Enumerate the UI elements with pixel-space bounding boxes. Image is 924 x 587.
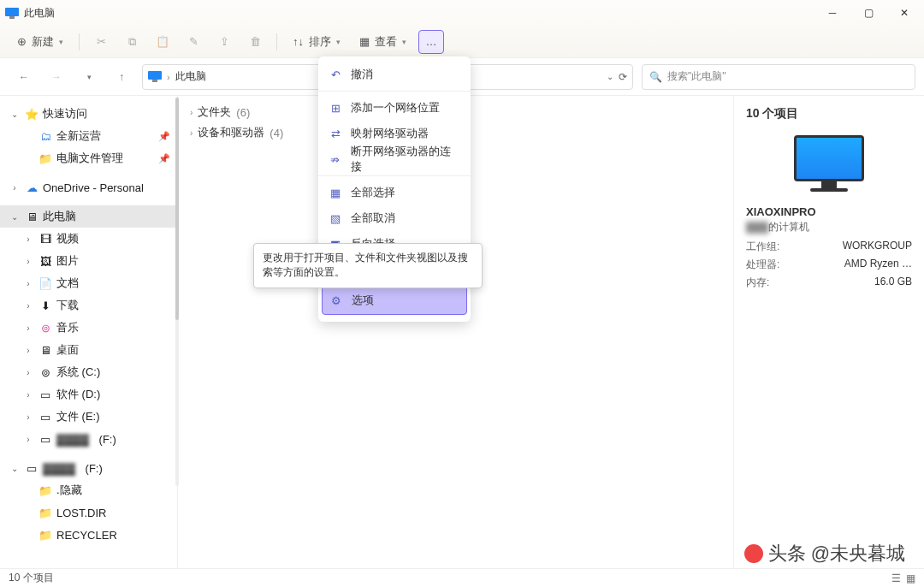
- paste-button[interactable]: 📋: [150, 30, 175, 54]
- search-placeholder: 搜索"此电脑": [667, 69, 726, 84]
- icons-view-button[interactable]: ▦: [906, 572, 915, 584]
- this-pc-icon: 🖥: [24, 210, 39, 223]
- forward-button[interactable]: →: [44, 65, 68, 89]
- breadcrumb-item[interactable]: 此电脑: [175, 69, 206, 84]
- trash-icon: 🗑: [250, 35, 261, 48]
- menu-select-none[interactable]: ▧全部取消: [318, 205, 471, 231]
- copy-button[interactable]: ⧉: [119, 30, 145, 54]
- rename-button[interactable]: ✎: [181, 30, 206, 54]
- computer-icon: [790, 135, 868, 197]
- chevron-down-icon[interactable]: ⌄: [607, 72, 613, 81]
- sidebar-item-music[interactable]: ›⊚音乐: [0, 317, 177, 339]
- share-icon: ⇪: [220, 35, 229, 48]
- menu-add-net-loc[interactable]: ⊞添加一个网络位置: [318, 95, 471, 121]
- folder-icon: 📁: [38, 529, 53, 542]
- back-button[interactable]: ←: [12, 65, 36, 89]
- music-icon: ⊚: [38, 322, 53, 335]
- prop-workgroup: 工作组:WORKGROUP: [746, 240, 912, 254]
- sidebar-ext-drive[interactable]: ⌄▭▓▓▓▓ (F:): [0, 457, 177, 479]
- plus-circle-icon: ⊕: [17, 35, 27, 48]
- svg-rect-2: [148, 71, 162, 80]
- sidebar-item[interactable]: 📁.隐藏: [0, 479, 177, 501]
- chevron-down-icon: ⌄: [9, 110, 21, 119]
- menu-options[interactable]: ⚙选项: [322, 286, 467, 315]
- chevron-right-icon: ›: [190, 128, 192, 138]
- sidebar-item-drive-d[interactable]: ›▭软件 (D:): [0, 383, 177, 406]
- sidebar-item-pictures[interactable]: ›🖼图片: [0, 250, 177, 272]
- status-text: 10 个项目: [9, 571, 54, 585]
- minimize-button[interactable]: ─: [818, 3, 847, 22]
- share-button[interactable]: ⇪: [211, 30, 237, 54]
- sort-button[interactable]: ↑↓排序▾: [286, 30, 347, 54]
- chevron-right-icon: ›: [22, 412, 34, 422]
- this-pc-icon: [5, 8, 19, 19]
- documents-icon: 📄: [38, 277, 53, 290]
- downloads-icon: ⬇: [38, 299, 53, 312]
- delete-button[interactable]: 🗑: [242, 30, 268, 54]
- chevron-right-icon: ›: [9, 183, 21, 193]
- navigation-sidebar: ⌄⭐快速访问 🗂全新运营📌 📁电脑文件管理📌 ›☁OneDrive - Pers…: [0, 96, 178, 568]
- details-pane: 10 个项目 XIAOXINPRO ▓▓▓的计算机 工作组:WORKGROUP …: [734, 96, 924, 568]
- select-none-icon: ▧: [329, 212, 342, 225]
- clipboard-icon: 📋: [156, 35, 169, 48]
- svg-rect-3: [152, 80, 157, 82]
- sidebar-item[interactable]: 📁LOST.DIR: [0, 501, 177, 524]
- pictures-icon: 🖼: [38, 255, 53, 268]
- pin-icon: 📌: [158, 153, 170, 164]
- menu-disconnect-drive[interactable]: ⇏断开网络驱动器的连接: [318, 146, 471, 172]
- sidebar-item-desktop[interactable]: ›🖥桌面: [0, 339, 177, 361]
- sidebar-item[interactable]: 🗂全新运营📌: [0, 125, 177, 147]
- sidebar-item-downloads[interactable]: ›⬇下载: [0, 294, 177, 317]
- svg-rect-0: [5, 8, 19, 16]
- sidebar-onedrive[interactable]: ›☁OneDrive - Personal: [0, 176, 177, 199]
- sidebar-item-drive-f[interactable]: ›▭▓▓▓▓ (F:): [0, 428, 177, 450]
- titlebar: 此电脑 ─ ▢ ✕: [0, 0, 924, 26]
- folder-icon: 📁: [38, 484, 53, 497]
- separator: [276, 33, 277, 50]
- view-button[interactable]: ▦查看▾: [352, 30, 413, 54]
- menu-select-all[interactable]: ▦全部选择: [318, 180, 471, 205]
- search-input[interactable]: 🔍 搜索"此电脑": [642, 64, 915, 90]
- recent-locations-button[interactable]: ▾: [77, 65, 101, 89]
- chevron-down-icon: ▾: [402, 38, 406, 46]
- sidebar-this-pc[interactable]: ⌄🖥此电脑: [0, 205, 177, 228]
- refresh-button[interactable]: ⟳: [619, 71, 627, 83]
- more-button[interactable]: …: [418, 30, 444, 54]
- prop-memory: 内存:16.0 GB: [746, 276, 912, 290]
- maximize-button[interactable]: ▢: [854, 3, 883, 22]
- separator: [318, 175, 471, 176]
- pin-icon: 📌: [158, 131, 170, 142]
- menu-map-drive[interactable]: ⇄映射网络驱动器: [318, 121, 471, 146]
- drive-icon: ▭: [38, 411, 53, 424]
- cut-button[interactable]: ✂: [88, 30, 114, 54]
- sidebar-item[interactable]: 📁电脑文件管理📌: [0, 147, 177, 169]
- sidebar-item-documents[interactable]: ›📄文档: [0, 272, 177, 294]
- sidebar-item-drive-c[interactable]: ›⊚系统 (C:): [0, 361, 177, 383]
- chevron-down-icon: ▾: [59, 38, 63, 46]
- sidebar-item-drive-e[interactable]: ›▭文件 (E:): [0, 406, 177, 428]
- menu-undo[interactable]: ↶撤消: [318, 62, 471, 87]
- sidebar-item-videos[interactable]: ›🎞视频: [0, 228, 177, 250]
- chevron-down-icon: ⌄: [9, 464, 21, 473]
- copy-icon: ⧉: [128, 35, 136, 49]
- details-view-button[interactable]: ☰: [891, 572, 901, 584]
- drive-icon: ▭: [38, 388, 53, 401]
- chevron-right-icon: ›: [22, 323, 34, 333]
- video-icon: 🎞: [38, 233, 53, 246]
- chevron-right-icon: ›: [22, 435, 34, 444]
- folder-icon: 📁: [38, 507, 53, 519]
- close-button[interactable]: ✕: [890, 3, 919, 22]
- new-button[interactable]: ⊕新建▾: [10, 30, 70, 54]
- undo-icon: ↶: [329, 68, 342, 81]
- sidebar-quick-access[interactable]: ⌄⭐快速访问: [0, 103, 177, 125]
- watermark-logo-icon: [744, 544, 763, 563]
- separator: [318, 91, 471, 92]
- star-icon: ⭐: [24, 108, 39, 121]
- watermark: 头条 @未央暮城: [744, 541, 905, 566]
- drive-icon: ⊚: [38, 366, 53, 379]
- chevron-down-icon: ⌄: [9, 212, 21, 222]
- window-title: 此电脑: [24, 6, 55, 21]
- up-button[interactable]: ↑: [110, 65, 133, 89]
- sidebar-item[interactable]: 📁RECYCLER: [0, 524, 177, 546]
- chevron-right-icon: ›: [22, 279, 34, 288]
